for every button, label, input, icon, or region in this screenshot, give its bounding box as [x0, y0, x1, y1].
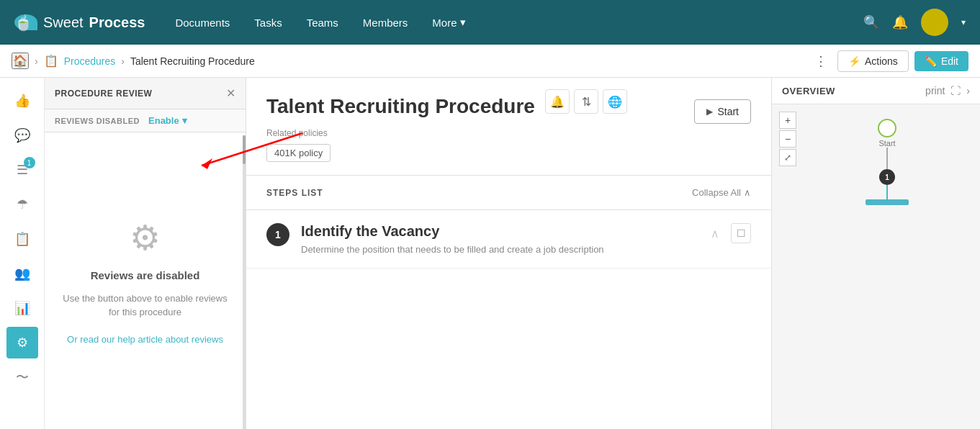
- step-collapse-button-1[interactable]: ☐: [731, 223, 751, 243]
- flow-line-1: [886, 148, 888, 169]
- nav-tasks[interactable]: Tasks: [253, 14, 283, 32]
- procedure-header: Talent Recruiting Procedure Related poli…: [246, 78, 771, 176]
- breadcrumb-folder-icon: 📋: [44, 54, 58, 68]
- review-close-button[interactable]: ✕: [226, 86, 235, 100]
- nav-members[interactable]: Members: [361, 14, 410, 32]
- policy-tag[interactable]: 401K policy: [266, 144, 331, 162]
- next-button[interactable]: ›: [966, 85, 970, 96]
- gear-icon-large: ⚙: [130, 217, 161, 258]
- breadcrumb-current: Talent Recruiting Procedure: [130, 55, 255, 67]
- print-button[interactable]: print: [925, 85, 945, 96]
- review-panel-title: PROCEDURE REVIEW: [55, 89, 152, 99]
- zoom-out-button[interactable]: −: [779, 130, 796, 148]
- breadcrumb-sep-2: ›: [121, 55, 125, 67]
- sidebar-chart-btn[interactable]: 📊: [6, 292, 38, 324]
- step-content-1: Identify the Vacancy Determine the posit…: [301, 223, 693, 255]
- sort-toolbar-btn[interactable]: ⇅: [574, 89, 598, 114]
- reviews-disabled-title: Reviews are disabled: [91, 269, 200, 281]
- steps-section: STEPS LIST Collapse All ∧ 1 Identify the…: [246, 176, 771, 429]
- overview-title: OVERVIEW: [782, 86, 835, 96]
- more-dropdown-icon: ▾: [460, 16, 466, 29]
- flow-step-1-node: 1: [879, 169, 895, 185]
- review-status-bar: REVIEWS DISABLED Enable ▾: [45, 109, 246, 132]
- logo-process: Process: [89, 14, 145, 31]
- enable-reviews-button[interactable]: Enable ▾: [148, 115, 187, 126]
- nav-teams[interactable]: Teams: [305, 14, 340, 32]
- breadcrumb-sep-1: ›: [35, 55, 38, 67]
- step-name-1: Identify the Vacancy: [301, 223, 693, 240]
- step-desc-1: Determine the position that needs to be …: [301, 244, 693, 255]
- related-policies-label: Related policies: [266, 128, 751, 138]
- edit-icon: ✏️: [925, 55, 937, 67]
- flow-step-bar: [866, 199, 909, 205]
- account-dropdown-icon[interactable]: ▾: [961, 17, 966, 27]
- sidebar-team-btn[interactable]: 👥: [6, 258, 38, 289]
- fullscreen-button[interactable]: ⛶: [950, 85, 961, 96]
- sidebar-copy-btn[interactable]: 📋: [6, 223, 38, 255]
- bell-toolbar-btn[interactable]: 🔔: [545, 89, 570, 114]
- step-up-button-1[interactable]: ∧: [705, 223, 725, 243]
- logo-icon: 🍵: [14, 14, 37, 30]
- review-panel-body: ⚙ Reviews are disabled Use the button ab…: [45, 132, 246, 429]
- enable-dropdown-icon: ▾: [182, 115, 187, 126]
- overview-zoom-controls: + − ⤢: [779, 112, 796, 166]
- expand-button[interactable]: ⤢: [779, 149, 796, 166]
- logo[interactable]: 🍵 SweetProcess: [14, 14, 145, 31]
- overview-panel: OVERVIEW print ⛶ › + − ⤢ Start: [771, 78, 980, 429]
- start-label: Start: [878, 139, 895, 148]
- sidebar-wave-btn[interactable]: 〜: [6, 361, 38, 393]
- bolt-icon: ⚡: [848, 55, 860, 67]
- start-button[interactable]: ▶ Start: [694, 99, 751, 124]
- breadcrumb-bar: 🏠 › 📋 Procedures › Talent Recruiting Pro…: [0, 45, 980, 78]
- sidebar-settings-btn[interactable]: ⚙: [6, 327, 38, 358]
- notifications-button[interactable]: 🔔: [892, 14, 908, 30]
- steps-header: STEPS LIST Collapse All ∧: [246, 176, 771, 210]
- sidebar-thumbsup-btn[interactable]: 👍: [6, 85, 38, 117]
- overview-header: OVERVIEW print ⛶ ›: [772, 78, 980, 104]
- search-button[interactable]: 🔍: [863, 14, 879, 30]
- sidebar-umbrella-btn[interactable]: ☂: [6, 189, 38, 220]
- chevron-up-icon: ∧: [744, 187, 751, 198]
- nav-more[interactable]: More ▾: [431, 13, 467, 32]
- reviews-disabled-desc: Use the button above to enable reviews f…: [59, 292, 231, 320]
- review-panel: PROCEDURE REVIEW ✕ REVIEWS DISABLED Enab…: [45, 78, 246, 429]
- logo-sweet: Sweet: [43, 14, 84, 31]
- step-actions-1: ∧ ☐: [705, 223, 751, 243]
- home-breadcrumb[interactable]: 🏠: [12, 53, 29, 69]
- play-icon: ▶: [706, 107, 713, 117]
- actions-button[interactable]: ⚡ Actions: [837, 50, 909, 72]
- review-panel-header: PROCEDURE REVIEW ✕: [45, 78, 246, 109]
- step-1-circle: 1: [879, 169, 895, 185]
- step-number-1: 1: [266, 223, 289, 246]
- left-sidebar: 👍 💬 ☰ 1 ☂ 📋 👥 📊 ⚙ 〜: [0, 78, 45, 429]
- zoom-in-button[interactable]: +: [779, 112, 796, 129]
- procedure-title: Talent Recruiting Procedure: [266, 95, 751, 118]
- sidebar-list-btn[interactable]: ☰ 1: [6, 154, 38, 186]
- badge-count: 1: [24, 157, 35, 168]
- flow-start-node: Start: [878, 119, 896, 148]
- edit-button[interactable]: ✏️ Edit: [914, 51, 968, 71]
- flow-line-2: [886, 185, 888, 199]
- nav-documents[interactable]: Documents: [174, 14, 231, 32]
- procedure-toolbar: 🔔 ⇅ 🌐: [545, 89, 627, 114]
- start-circle: [878, 119, 896, 137]
- steps-title: STEPS LIST: [266, 188, 323, 198]
- overview-canvas: + − ⤢ Start 1: [772, 104, 980, 429]
- breadcrumb-procedures[interactable]: Procedures: [64, 55, 116, 67]
- avatar[interactable]: [921, 9, 948, 36]
- flow-diagram: Start 1: [866, 119, 909, 205]
- sidebar-comments-btn[interactable]: 💬: [6, 119, 38, 151]
- top-nav: 🍵 SweetProcess Documents Tasks Teams Mem…: [0, 0, 980, 45]
- help-link[interactable]: Or read our help article about reviews: [67, 334, 223, 345]
- step-item: 1 Identify the Vacancy Determine the pos…: [246, 210, 771, 268]
- collapse-all-button[interactable]: Collapse All ∧: [692, 187, 751, 198]
- reviews-disabled-label: REVIEWS DISABLED: [55, 117, 140, 125]
- globe-toolbar-btn[interactable]: 🌐: [603, 89, 627, 114]
- more-options-button[interactable]: ⋮: [810, 50, 832, 72]
